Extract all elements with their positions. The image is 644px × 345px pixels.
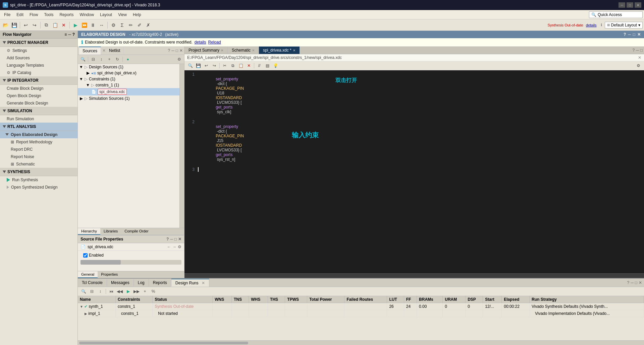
sources-close-icon[interactable]: ✕ bbox=[179, 48, 183, 53]
menu-tools[interactable]: Tools bbox=[41, 11, 56, 18]
edit3-btn[interactable]: ✐ bbox=[136, 21, 144, 29]
editor-undo-btn[interactable]: ↩ bbox=[203, 62, 210, 69]
nav-create-block-design[interactable]: Create Block Design bbox=[0, 85, 77, 92]
editor-block-btn[interactable]: ▤ bbox=[264, 62, 271, 69]
dr-next-btn[interactable]: ▶▶ bbox=[133, 288, 140, 295]
undo-button[interactable]: ↩ bbox=[22, 21, 30, 29]
tab-sources[interactable]: Sources bbox=[79, 47, 101, 55]
dr-add-btn[interactable]: + bbox=[141, 288, 149, 295]
paste-button[interactable]: 📋 bbox=[51, 21, 59, 29]
tree-design-sources[interactable]: ▼ ▷ Design Sources (1) bbox=[78, 64, 179, 70]
copy-button[interactable]: ⧉ bbox=[42, 21, 50, 29]
editor-max-icon[interactable]: □ bbox=[640, 48, 643, 53]
save-button[interactable]: 💾 bbox=[10, 21, 18, 29]
close-button[interactable]: ✕ bbox=[635, 2, 641, 8]
bottom-close-icon[interactable]: ✕ bbox=[639, 280, 642, 285]
editor-delete-btn[interactable]: ✕ bbox=[245, 62, 253, 69]
tree-constrs-1[interactable]: ▼ ▷ constrs_1 (1) bbox=[78, 82, 179, 88]
warning-reload-link[interactable]: Reload bbox=[208, 40, 221, 45]
prop-help-icon[interactable]: ? bbox=[166, 237, 169, 242]
nav-add-sources[interactable]: Add Sources bbox=[0, 54, 77, 62]
menu-flow[interactable]: Flow bbox=[27, 11, 41, 18]
tab-messages[interactable]: Messages bbox=[107, 279, 134, 286]
nav-run-synthesis[interactable]: Run Synthesis bbox=[0, 176, 77, 184]
menu-reports[interactable]: Reports bbox=[57, 11, 76, 18]
tab-hierarchy[interactable]: Hierarchy bbox=[78, 228, 100, 235]
flow-nav-icon-2[interactable]: ─ bbox=[68, 32, 71, 37]
sources-max-icon[interactable]: □ bbox=[176, 48, 178, 53]
sources-add-btn[interactable]: + bbox=[106, 56, 113, 63]
editor-redo-btn[interactable]: ↪ bbox=[211, 62, 218, 69]
editor-comment-btn[interactable]: // bbox=[256, 62, 263, 69]
redo-button[interactable]: ↪ bbox=[31, 21, 39, 29]
sources-collapse-btn[interactable]: ⊟ bbox=[90, 56, 97, 63]
menu-view[interactable]: View bbox=[115, 11, 129, 18]
edit2-btn[interactable]: ✏ bbox=[127, 21, 135, 29]
dr-prev-btn[interactable]: ◀◀ bbox=[116, 288, 123, 295]
sources-tree-scrollbar[interactable] bbox=[179, 64, 184, 228]
nav-generate-block-design[interactable]: Generate Block Design bbox=[0, 99, 77, 107]
section-rtl-title[interactable]: RTL ANALYSIS bbox=[0, 123, 77, 131]
editor-scrollbar-h[interactable] bbox=[184, 273, 644, 278]
file-path-close-icon[interactable]: ✕ bbox=[638, 55, 641, 60]
editor-settings-btn[interactable]: ⚙ bbox=[635, 62, 642, 69]
tab-spi-drivea-xdc[interactable]: spi_drivea.xdc * ✕ bbox=[259, 47, 300, 54]
prop-close-icon[interactable]: ✕ bbox=[178, 237, 181, 242]
section-project-manager-title[interactable]: PROJECT MANAGER bbox=[0, 39, 77, 47]
elab-maximize-icon[interactable]: □ bbox=[633, 32, 635, 37]
editor-paste-btn[interactable]: 📋 bbox=[237, 62, 245, 69]
sources-search-btn[interactable]: 🔍 bbox=[79, 56, 87, 63]
settings-btn[interactable]: ⚙ bbox=[109, 21, 117, 29]
project-summary-tab-close[interactable]: ✕ bbox=[221, 49, 223, 52]
editor-search-btn[interactable]: 🔍 bbox=[186, 62, 194, 69]
section-ip-integrator-title[interactable]: IP INTEGRATOR bbox=[0, 76, 77, 85]
section-synthesis-title[interactable]: SYNTHESIS bbox=[0, 168, 77, 176]
edit4-btn[interactable]: ✗ bbox=[144, 21, 152, 29]
flow-nav-icon-3[interactable]: ? bbox=[72, 32, 75, 37]
quick-access-bar[interactable]: 🔍 Quick Access bbox=[589, 11, 643, 18]
sources-min-icon[interactable]: ─ bbox=[171, 48, 174, 53]
tab-tcl-console[interactable]: Tcl Console bbox=[78, 279, 107, 286]
dr-expand-btn[interactable]: ↕ bbox=[97, 288, 104, 295]
nav-report-drc[interactable]: Report DRC bbox=[0, 146, 77, 153]
sum-btn[interactable]: Σ bbox=[118, 21, 126, 29]
dr-first-btn[interactable]: ⏮ bbox=[108, 288, 115, 295]
elab-minimize-icon[interactable]: ─ bbox=[628, 32, 631, 37]
sources-refresh-btn[interactable]: ↻ bbox=[114, 56, 121, 63]
bottom-min-icon[interactable]: ─ bbox=[631, 280, 634, 285]
nav-open-synthesized-design[interactable]: Open Synthesized Design bbox=[0, 184, 77, 191]
dr-collapse-btn[interactable]: ⊟ bbox=[88, 288, 96, 295]
nav-schematic[interactable]: ⊞ Schematic bbox=[0, 160, 77, 168]
tab-netlist[interactable]: Netlist bbox=[106, 47, 124, 54]
menu-file[interactable]: File bbox=[1, 11, 13, 18]
nav-run-simulation[interactable]: Run Simulation bbox=[0, 115, 77, 123]
sources-dot-btn[interactable]: ● bbox=[124, 56, 131, 63]
menu-help[interactable]: Help bbox=[130, 11, 144, 18]
nav-open-elaborated-design[interactable]: Open Elaborated Design bbox=[0, 131, 77, 138]
prop-back-icon[interactable]: ← bbox=[167, 245, 171, 249]
menu-layout[interactable]: Layout bbox=[97, 11, 115, 18]
bottom-panel-scrollbar-h[interactable] bbox=[78, 340, 644, 345]
menu-window[interactable]: Window bbox=[77, 11, 97, 18]
pause-button[interactable]: ⏸ bbox=[89, 21, 97, 29]
warning-details-link[interactable]: details bbox=[195, 40, 206, 45]
editor-help-icon[interactable]: ? bbox=[633, 48, 635, 53]
window-controls[interactable]: ─ □ ✕ bbox=[619, 2, 641, 8]
open-button[interactable]: 📂 bbox=[1, 21, 9, 29]
tab-schematic[interactable]: Schematic ✕ bbox=[228, 47, 259, 54]
layout-dropdown[interactable]: ⊞ Default Layout ▾ bbox=[605, 22, 643, 28]
table-row[interactable]: ▼ ✔ synth_1 constrs_1 Synthesis Out-of-d… bbox=[78, 303, 644, 310]
sources-settings-btn[interactable]: ⚙ bbox=[175, 56, 183, 63]
dr-percent-btn[interactable]: % bbox=[150, 288, 157, 295]
design-runs-tab-close[interactable]: ✕ bbox=[202, 281, 205, 285]
dr-run-btn[interactable]: ▶ bbox=[124, 288, 132, 295]
design-runs-table-container[interactable]: Name Constraints Status WNS TNS WHS THS … bbox=[78, 296, 644, 340]
nav-language-templates[interactable]: Language Templates bbox=[0, 62, 77, 69]
prop-min-icon[interactable]: ─ bbox=[170, 237, 173, 242]
editor-min-icon[interactable]: ─ bbox=[636, 48, 639, 53]
schematic-tab-close[interactable]: ✕ bbox=[252, 49, 255, 52]
bottom-help-icon[interactable]: ? bbox=[627, 280, 630, 285]
nav-report-noise[interactable]: Report Noise bbox=[0, 153, 77, 160]
nav-open-block-design[interactable]: Open Block Design bbox=[0, 92, 77, 99]
editor-copy-btn[interactable]: ⧉ bbox=[229, 62, 236, 69]
